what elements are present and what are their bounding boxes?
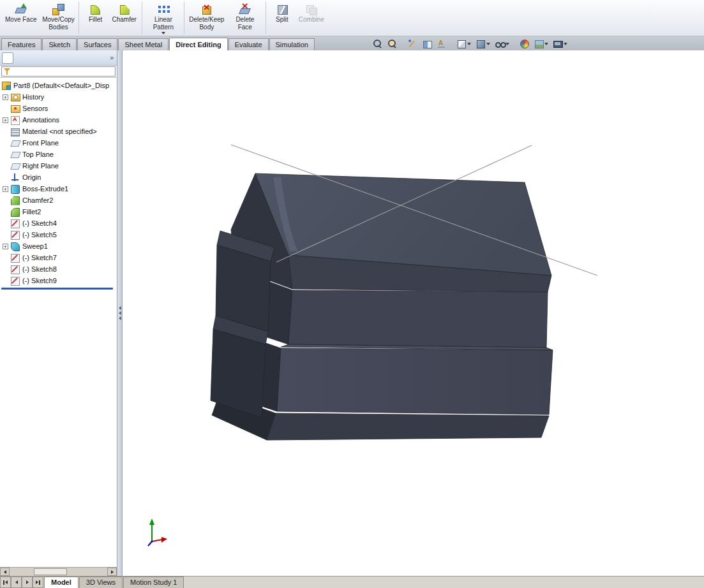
tree-item-history[interactable]: History [0, 91, 117, 103]
tree-item-part8[interactable]: Part8 (Default<<Default>_Disp [0, 80, 117, 91]
tree-item-fillet2[interactable]: Fillet2 [0, 206, 117, 217]
3d-views-tab[interactable]: 3D Views [79, 577, 123, 588]
dropdown-arrow-icon[interactable] [161, 32, 165, 34]
chevron-down-icon[interactable] [544, 43, 548, 45]
dimxpertmanager-tab[interactable] [42, 52, 54, 64]
tree-item-label: Top Plane [22, 151, 54, 158]
combine-button[interactable]: Combine [296, 1, 327, 34]
delete-keep-body-button[interactable]: Delete/Keep Body [187, 1, 227, 34]
motion-study-1-tab[interactable]: Motion Study 1 [123, 577, 184, 588]
document-tab-label: 3D Views [86, 578, 116, 586]
ribbon-button-icon [305, 4, 318, 15]
scrollbar-thumb[interactable] [34, 568, 67, 575]
tab-simulation[interactable]: Simulation [269, 38, 315, 50]
expander-icon[interactable] [3, 244, 8, 249]
expander-icon[interactable] [3, 186, 8, 192]
panel-horizontal-scrollbar[interactable] [0, 567, 117, 576]
tree-item-boss-extrude1[interactable]: Boss-Extrude1 [0, 183, 117, 195]
command-tab-label: Evaluate [235, 41, 262, 48]
tree-item-sketch7[interactable]: (-) Sketch7 [0, 252, 117, 263]
tree-item-icon [11, 93, 20, 101]
view-settings-button[interactable] [551, 38, 569, 49]
tree-item-chamfer2[interactable]: Chamfer2 [0, 195, 117, 206]
hide-show-items-button[interactable] [493, 38, 511, 49]
move-copy-bodies-button[interactable]: Move/Copy Bodies [40, 1, 79, 34]
chevron-down-icon[interactable] [486, 43, 490, 45]
filter-input[interactable] [13, 68, 115, 75]
tree-item-icon [11, 254, 20, 262]
chevron-down-icon[interactable] [564, 43, 567, 45]
tree-item-front-plane[interactable]: Front Plane [0, 137, 117, 149]
apply-scene-button[interactable] [532, 38, 550, 49]
tab-scroll-left-button[interactable] [11, 577, 22, 588]
view-toolbar-icon [534, 39, 544, 48]
bottom-bar-fill [184, 577, 704, 588]
edit-appearance-button[interactable] [518, 38, 530, 49]
linear-pattern-button[interactable]: Linear Pattern [145, 1, 184, 34]
custom-tab[interactable] [69, 52, 80, 64]
delete-face-button[interactable]: Delete Face [227, 1, 266, 34]
tree-item-icon [11, 196, 20, 205]
magnetic-wand-button[interactable] [406, 38, 419, 49]
ribbon-button-label: Delete Face [230, 16, 260, 31]
tree-item-sketch5[interactable]: (-) Sketch5 [0, 229, 117, 240]
tab-evaluate[interactable]: Evaluate [228, 38, 269, 50]
tab-sketch[interactable]: Sketch [42, 38, 77, 50]
view-toolbar-icon [373, 39, 383, 48]
tree-item-sweep1[interactable]: Sweep1 [0, 240, 117, 252]
command-tab-label: Surfaces [84, 41, 111, 48]
scroll-left-button[interactable] [0, 568, 10, 576]
tree-item-annotations[interactable]: Annotations [0, 114, 117, 126]
tree-item-sketch8[interactable]: (-) Sketch8 [0, 263, 117, 275]
feature-manager-panel: » Part8 (Default<<Default>_Disp History … [0, 50, 117, 576]
command-tab-label: Sketch [49, 41, 70, 48]
tab-surfaces[interactable]: Surfaces [77, 38, 117, 50]
tree-item-label: (-) Sketch7 [22, 254, 57, 261]
configurationmanager-tab[interactable] [29, 52, 40, 64]
scroll-right-button[interactable] [107, 568, 117, 576]
scrollbar-track[interactable] [10, 568, 107, 576]
tab-scroll-first-button[interactable] [0, 577, 11, 588]
zoom-to-area-button[interactable] [386, 38, 399, 49]
view-toolbar-icon [407, 39, 417, 48]
filter-box [1, 66, 116, 77]
tab-features[interactable]: Features [1, 38, 41, 50]
expander-icon[interactable] [3, 117, 8, 123]
propertymanager-tab[interactable] [15, 52, 27, 64]
tree-item-sensors[interactable]: Sensors [0, 103, 117, 114]
chamfer-button[interactable]: Chamfer [109, 1, 142, 34]
split-button[interactable]: Split [269, 1, 296, 34]
panel-splitter[interactable] [117, 50, 123, 576]
chevron-down-icon[interactable] [467, 43, 471, 45]
tab-scroll-last-button[interactable] [33, 577, 43, 588]
tree-item-sketch9[interactable]: (-) Sketch9 [0, 275, 117, 286]
annotation-views-button[interactable] [435, 38, 448, 49]
tree-item-origin[interactable]: Origin [0, 172, 117, 183]
tab-direct-editing[interactable]: Direct Editing [169, 38, 228, 50]
section-view-button[interactable] [421, 38, 433, 49]
command-tab-label: Simulation [276, 41, 308, 48]
tree-item-material[interactable]: Material <not specified> [0, 126, 117, 137]
tree-item-sketch4[interactable]: (-) Sketch4 [0, 217, 117, 229]
panel-overflow-button[interactable]: » [109, 54, 115, 61]
model-3d[interactable] [211, 173, 553, 440]
tab-scroll-right-button[interactable] [22, 577, 33, 588]
zoom-fit-button[interactable] [371, 38, 384, 49]
model-tab[interactable]: Model [44, 577, 79, 588]
featuremanager-tree-tab[interactable] [2, 52, 13, 64]
move-face-button[interactable]: Move Face [2, 1, 40, 34]
tab-sheet-metal[interactable]: Sheet Metal [118, 38, 169, 50]
tree-item-top-plane[interactable]: Top Plane [0, 149, 117, 160]
view-orientation-button[interactable] [455, 38, 472, 49]
graphics-area[interactable] [123, 50, 704, 576]
tree-item-label: Sensors [22, 105, 48, 112]
displaymanager-tab[interactable] [56, 52, 67, 64]
rollback-bar[interactable] [1, 288, 113, 290]
fillet-button[interactable]: Fillet [82, 1, 109, 34]
expander-icon[interactable] [3, 94, 8, 100]
viewport-canvas[interactable] [123, 50, 704, 576]
display-style-button[interactable] [474, 38, 491, 49]
tree-item-right-plane[interactable]: Right Plane [0, 160, 117, 172]
tree-item-icon [2, 82, 11, 90]
view-toolbar-icon [387, 39, 398, 48]
